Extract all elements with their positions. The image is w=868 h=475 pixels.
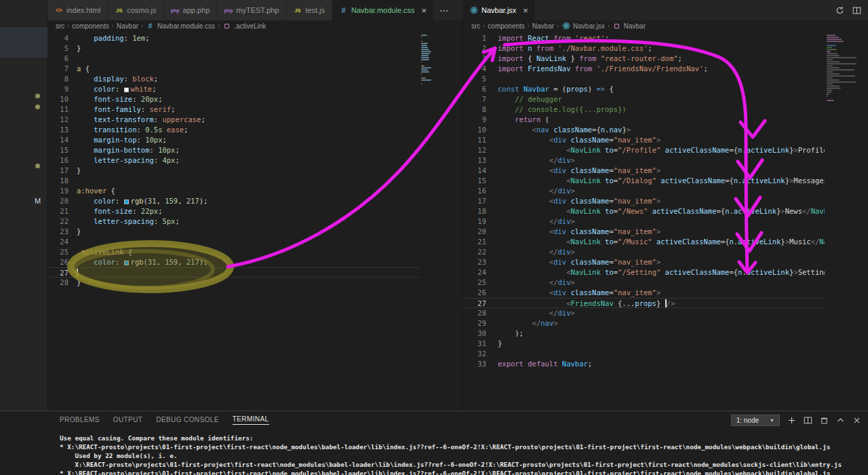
code-line[interactable]: 4import FriendsNav from './FriendsNav/Fr…: [463, 64, 825, 74]
js-icon: JS: [293, 6, 302, 15]
code-line[interactable]: 23}: [47, 227, 419, 237]
code-line[interactable]: 7a {: [47, 64, 419, 74]
breadcrumb-item[interactable]: components: [72, 22, 108, 30]
panel-tab-terminal[interactable]: TERMINAL: [233, 415, 269, 425]
code-line[interactable]: 15 margin-bottom: 10px;: [47, 145, 419, 155]
code-line[interactable]: 16 </div>: [463, 186, 825, 196]
breadcrumb-item[interactable]: src: [471, 22, 480, 30]
code-line[interactable]: 14 margin-top: 10px;: [47, 135, 419, 145]
tab-app.php[interactable]: phpapp.php: [164, 0, 218, 20]
close-panel-icon[interactable]: [852, 416, 861, 425]
breadcrumb-item[interactable]: Navbar: [117, 22, 138, 30]
panel-tab-output[interactable]: OUTPUT: [113, 416, 143, 425]
code-line[interactable]: 12 text-transform: uppercase;: [47, 115, 419, 125]
tab-index.html[interactable]: <>index.html: [47, 0, 108, 20]
code-line[interactable]: 16 letter-spacing: 4px;: [47, 155, 419, 166]
code-line[interactable]: 20 color: rgb(31, 159, 217);: [47, 196, 419, 206]
terminal-output[interactable]: Use equal casing. Compare these module i…: [0, 429, 868, 475]
breadcrumb-item[interactable]: Navbar: [532, 22, 554, 30]
new-terminal-icon[interactable]: [787, 416, 796, 425]
code-line[interactable]: 5: [463, 74, 825, 84]
code-line[interactable]: 26 <div className="nav_item">: [463, 288, 825, 298]
code-line[interactable]: 27 <FriendsNav {...props} />: [463, 298, 825, 308]
code-line[interactable]: 21 <NavLink to="/Music" activeClassName=…: [463, 237, 825, 247]
tab-cosmo.js[interactable]: JScosmo.js: [108, 0, 163, 20]
code-line[interactable]: 4 padding: 1em;: [47, 33, 419, 43]
tab-Navbar.jsx[interactable]: Navbar.jsx×: [462, 0, 536, 20]
code-line[interactable]: 8 display: block;: [47, 74, 419, 84]
split-editor-icon[interactable]: [852, 6, 861, 15]
minimap[interactable]: [825, 31, 868, 411]
minimap[interactable]: [419, 31, 462, 411]
code-line[interactable]: 15 <NavLink to="/Dialog" activeClassName…: [463, 176, 825, 186]
breadcrumb-item[interactable]: .activeLink: [234, 22, 266, 30]
code-line[interactable]: 6: [47, 54, 419, 64]
code-line[interactable]: 25.activeLink {: [47, 247, 419, 257]
kill-terminal-icon[interactable]: [820, 416, 829, 425]
code-line[interactable]: 32: [463, 349, 825, 359]
tab-myTEST.php[interactable]: phpmyTEST.php: [217, 0, 286, 20]
breadcrumb-item[interactable]: Navbar: [624, 22, 646, 30]
code-line[interactable]: 26 color: rgb(31, 159, 217);: [47, 257, 419, 267]
panel-tab-debug-console[interactable]: DEBUG CONSOLE: [156, 416, 218, 425]
editor-jsx[interactable]: 1import React from 'react';2import n fro…: [463, 31, 825, 411]
code-line[interactable]: 18: [47, 176, 419, 186]
code-line[interactable]: 10 <nav className={n.nav}>: [463, 125, 825, 135]
code-line[interactable]: 23 <div className="nav_item">: [463, 257, 825, 267]
code-line[interactable]: 2import n from './Navbar.module.css';: [463, 43, 825, 54]
line-number: 3: [463, 54, 486, 64]
maximize-panel-icon[interactable]: [836, 416, 845, 425]
code-line[interactable]: 28 </div>: [463, 308, 825, 318]
code-line[interactable]: 22 </div>: [463, 247, 825, 257]
code-line[interactable]: 24: [47, 237, 419, 247]
code-line[interactable]: 21 font-size: 22px;: [47, 206, 419, 216]
breadcrumb-item[interactable]: components: [488, 22, 524, 30]
code-line[interactable]: 17}: [47, 166, 419, 176]
code-line[interactable]: 1import React from 'react';: [463, 33, 825, 43]
breadcrumb-item[interactable]: src: [56, 22, 64, 30]
breadcrumb-item[interactable]: Navbar.jsx: [573, 22, 605, 30]
code-line[interactable]: 9 return (: [463, 115, 825, 125]
code-line[interactable]: 3import { NavLink } from "react-router-d…: [463, 54, 825, 64]
terminal-shell-select[interactable]: 1: node ▼: [731, 415, 780, 426]
code-text: <nav className={n.nav}>: [486, 125, 825, 135]
sync-icon[interactable]: [835, 6, 844, 15]
tab-Navbar.module.css[interactable]: #Navbar.module.css×: [332, 0, 434, 20]
code-line[interactable]: 9 color: white;: [47, 84, 419, 94]
code-line[interactable]: 14 <div className="nav_item">: [463, 166, 825, 176]
code-line[interactable]: 17 <div className="nav_item">: [463, 196, 825, 206]
tab-test.js[interactable]: JStest.js: [286, 0, 332, 20]
code-line[interactable]: 5}: [47, 43, 419, 54]
editor-css[interactable]: 4 padding: 1em;5}67a {8 display: block;9…: [47, 31, 419, 411]
sidebar-selected-item[interactable]: [0, 27, 47, 58]
close-icon[interactable]: ×: [422, 6, 427, 15]
close-icon[interactable]: ×: [523, 6, 528, 15]
code-line[interactable]: 13 </div>: [463, 155, 825, 166]
code-line[interactable]: 12 <NavLink to="/Profile" activeClassNam…: [463, 145, 825, 155]
code-line[interactable]: 27: [47, 267, 419, 278]
code-line[interactable]: 8 // console.log({...props}): [463, 104, 825, 115]
code-line[interactable]: 13 transition: 0.5s ease;: [47, 125, 419, 135]
code-line[interactable]: 6const Navbar = (props) => {: [463, 84, 825, 94]
breadcrumb-item[interactable]: Navbar.module.css: [157, 22, 215, 30]
code-line[interactable]: 10 font-size: 20px;: [47, 94, 419, 104]
code-line[interactable]: 18 <NavLink to="/News" activeClassName={…: [463, 206, 825, 216]
code-line[interactable]: 19a:hover {: [47, 186, 419, 196]
explorer-sidebar[interactable]: M: [0, 0, 47, 411]
code-line[interactable]: 20 <div className="nav_item">: [463, 227, 825, 237]
split-terminal-icon[interactable]: [804, 416, 812, 425]
code-line[interactable]: 29 </nav>: [463, 318, 825, 328]
more-tabs-icon[interactable]: ⋯: [434, 5, 454, 16]
code-line[interactable]: 28}: [47, 278, 419, 288]
code-line[interactable]: 7 // debugger: [463, 94, 825, 104]
code-line[interactable]: 33export default Navbar;: [463, 359, 825, 369]
code-line[interactable]: 19 </div>: [463, 216, 825, 227]
code-line[interactable]: 11 font-family: serif;: [47, 104, 419, 115]
code-line[interactable]: 22 letter-spacing: 5px;: [47, 216, 419, 227]
code-line[interactable]: 24 <NavLink to="/Setting" activeClassNam…: [463, 267, 825, 278]
panel-tab-problems[interactable]: PROBLEMS: [60, 416, 100, 425]
code-line[interactable]: 31}: [463, 339, 825, 349]
code-line[interactable]: 25 </div>: [463, 278, 825, 288]
code-line[interactable]: 30 );: [463, 328, 825, 339]
code-line[interactable]: 11 <div className="nav_item">: [463, 135, 825, 145]
